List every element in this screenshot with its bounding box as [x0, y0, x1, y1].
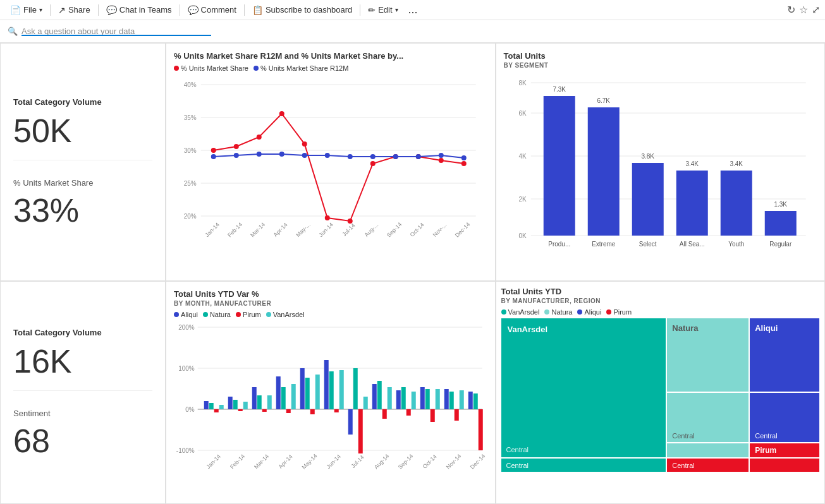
- svg-rect-86: [219, 405, 224, 409]
- svg-point-25: [279, 152, 284, 157]
- legend-item-pct-units: % Units Market Share: [174, 64, 248, 72]
- svg-text:Dec-14: Dec-14: [454, 221, 472, 239]
- svg-rect-116: [401, 387, 406, 409]
- share-button[interactable]: ↗ Share: [53, 3, 95, 18]
- svg-text:Aug-...: Aug-...: [364, 222, 380, 238]
- total-category-volume-value-2: 16K: [13, 345, 152, 378]
- legend-vanarsdel: VanArsdel: [266, 311, 305, 318]
- chat-in-teams-button[interactable]: 💬 Chat in Teams: [101, 3, 177, 18]
- legend-label-pct-units: % Units Market Share: [181, 64, 248, 72]
- svg-rect-58: [587, 107, 619, 236]
- svg-point-28: [348, 154, 353, 159]
- treemap-aliqui: Aliqui: [750, 318, 819, 392]
- svg-text:Apr-14: Apr-14: [278, 453, 294, 470]
- subscribe-icon: 📋: [252, 5, 263, 15]
- share-label: Share: [68, 5, 90, 15]
- svg-text:Youth: Youth: [728, 241, 744, 248]
- total-category-volume-value-1: 50K: [13, 114, 152, 147]
- file-chevron: ▾: [39, 6, 42, 13]
- svg-rect-118: [412, 392, 416, 409]
- svg-text:3.4K: 3.4K: [730, 160, 743, 167]
- svg-point-33: [461, 155, 467, 160]
- svg-rect-62: [676, 171, 707, 236]
- treemap-legend: VanArsdel Natura Aliqui Pirum: [501, 308, 820, 316]
- svg-rect-121: [431, 409, 435, 422]
- dashboard: Total Category Volume 50K % Units Market…: [0, 43, 825, 504]
- kpi-card-top: Total Category Volume 50K % Units Market…: [0, 43, 166, 281]
- treemap-aliqui-central: Central: [750, 393, 819, 442]
- comment-button[interactable]: 💬 Comment: [183, 3, 241, 18]
- svg-rect-101: [310, 409, 315, 414]
- share-icon: ↗: [58, 5, 66, 15]
- svg-point-20: [439, 158, 444, 163]
- svg-text:Extreme: Extreme: [592, 241, 616, 248]
- svg-text:Feb-14: Feb-14: [226, 221, 243, 238]
- svg-text:25%: 25%: [184, 180, 197, 187]
- svg-text:6.7K: 6.7K: [597, 97, 610, 104]
- legend-dot-r12m: [254, 66, 259, 71]
- svg-rect-104: [329, 371, 334, 409]
- treemap-vanarsdel: VanArsdel Central: [501, 318, 666, 457]
- svg-text:2K: 2K: [518, 196, 527, 203]
- svg-rect-99: [300, 368, 305, 409]
- svg-point-21: [461, 161, 467, 166]
- edit-chevron: ▾: [395, 6, 398, 13]
- svg-text:May-...: May-...: [295, 222, 312, 239]
- legend-aliqui: Aliqui: [174, 311, 198, 318]
- subscribe-label: Subscribe to dashboard: [266, 5, 352, 15]
- svg-point-13: [279, 111, 284, 116]
- fullscreen-icon[interactable]: ⤢: [812, 4, 820, 16]
- svg-point-27: [325, 153, 330, 158]
- svg-rect-114: [388, 387, 392, 409]
- svg-point-24: [257, 152, 262, 157]
- svg-text:All Sea...: All Sea...: [679, 241, 704, 248]
- legend-label-r12m: % Units Market Share R12M: [260, 64, 348, 72]
- treemap-natura-central: Central: [667, 393, 749, 442]
- bar-chart-title: Total Units: [504, 51, 817, 61]
- ytd-var-legend: Aliqui Natura Pirum VanArsdel: [174, 311, 487, 318]
- bar-chart-subtitle: BY SEGMENT: [504, 62, 817, 69]
- svg-text:Jun-14: Jun-14: [317, 222, 334, 239]
- treemap-vanarsdel-sublabel: Central: [501, 442, 666, 457]
- treemap-card: Total Units YTD BY MANUFACTURER, REGION …: [496, 281, 826, 504]
- svg-text:1.3K: 1.3K: [774, 201, 787, 208]
- svg-text:4K: 4K: [518, 153, 527, 160]
- treemap-pirum-row: Pirum: [667, 443, 819, 457]
- svg-text:Feb-14: Feb-14: [229, 453, 246, 470]
- subscribe-button[interactable]: 📋 Subscribe to dashboard: [247, 3, 357, 18]
- teams-icon: 💬: [106, 5, 117, 15]
- treemap-bottom-labels: Central Central: [501, 459, 820, 472]
- svg-point-12: [257, 135, 262, 140]
- refresh-icon[interactable]: ↻: [787, 4, 795, 16]
- bookmark-icon[interactable]: ☆: [799, 4, 808, 16]
- treemap-container: VanArsdel Central Natura Aliqui: [501, 318, 820, 457]
- svg-rect-93: [262, 409, 267, 412]
- svg-point-30: [393, 154, 398, 159]
- svg-text:0%: 0%: [185, 406, 195, 413]
- treemap-pirum-label: Pirum: [755, 446, 776, 455]
- svg-text:200%: 200%: [178, 324, 195, 331]
- treemap-natura-label: Natura: [672, 323, 698, 333]
- legend-dot-pct-units: [174, 66, 179, 71]
- svg-text:8K: 8K: [518, 80, 527, 87]
- svg-text:30%: 30%: [184, 147, 197, 154]
- sentiment-label: Sentiment: [13, 409, 152, 418]
- sentiment-value: 68: [13, 424, 152, 457]
- svg-rect-122: [436, 389, 440, 409]
- svg-point-29: [370, 154, 376, 159]
- svg-rect-107: [348, 409, 353, 435]
- svg-text:Oct-14: Oct-14: [422, 453, 438, 470]
- svg-rect-92: [257, 395, 262, 409]
- ytd-var-title: Total Units YTD Var %: [174, 289, 487, 299]
- search-underline: [21, 35, 211, 36]
- sep5: [360, 4, 360, 16]
- svg-rect-105: [334, 409, 339, 412]
- svg-rect-120: [425, 389, 430, 409]
- file-menu[interactable]: 📄 File ▾: [5, 3, 47, 18]
- svg-text:Aug-14: Aug-14: [373, 453, 391, 471]
- more-options-button[interactable]: ...: [405, 3, 422, 16]
- svg-rect-91: [252, 387, 257, 409]
- edit-button[interactable]: ✏ Edit ▾: [363, 3, 403, 18]
- svg-rect-84: [209, 403, 214, 409]
- svg-text:6K: 6K: [518, 110, 527, 117]
